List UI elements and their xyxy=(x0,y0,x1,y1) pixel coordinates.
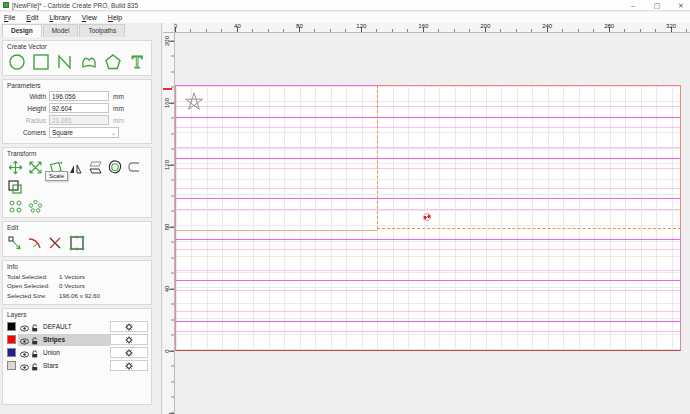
menubar: File Edit Library View Help xyxy=(0,12,690,23)
tab-toolpaths[interactable]: Toolpaths xyxy=(79,24,125,37)
total-selected-label: Total Selected: xyxy=(7,273,59,280)
layer-settings-button[interactable] xyxy=(110,347,148,358)
create-vector-title: Create Vector xyxy=(7,43,148,50)
layer-name[interactable]: Stripes xyxy=(43,336,65,343)
corners-value: Square xyxy=(52,129,73,136)
node-edit-tool-icon[interactable] xyxy=(7,235,23,251)
layer-name[interactable]: DEFAULT xyxy=(43,323,72,330)
menu-file[interactable]: File xyxy=(4,14,15,21)
left-ruler-label: 80 xyxy=(164,221,170,233)
titlebar: [NewFile]* - Carbide Create PRO, Build 8… xyxy=(0,0,690,11)
layer-color-chip[interactable] xyxy=(7,335,16,344)
stripe-vector[interactable] xyxy=(176,280,680,281)
offset-open-tool-icon[interactable] xyxy=(127,159,143,175)
canvas-region: 04080120160200240280320 20016012080400 xyxy=(163,23,690,414)
width-unit: mm xyxy=(109,93,124,100)
stripe-vector[interactable] xyxy=(176,290,680,291)
stripe-vector[interactable] xyxy=(176,230,378,231)
close-icon[interactable]: ✕ xyxy=(676,0,686,11)
info-group: Info Total Selected:1 Vectors Open Selec… xyxy=(2,260,152,305)
menu-help[interactable]: Help xyxy=(108,14,122,21)
height-unit: mm xyxy=(109,105,124,112)
mirror-tool-icon[interactable] xyxy=(67,159,83,175)
width-field[interactable]: 196.056 xyxy=(49,91,109,101)
menu-library[interactable]: Library xyxy=(49,14,70,21)
rectangle-tool-icon[interactable] xyxy=(31,52,51,72)
layer-name[interactable]: Union xyxy=(43,349,60,356)
layers-group: Layers DEFAULT Stripes xyxy=(2,308,152,405)
eye-icon[interactable] xyxy=(20,357,29,375)
minimize-icon[interactable]: – xyxy=(628,0,638,11)
selected-size-value: 196.06 x 92.60 xyxy=(59,292,100,299)
curve-tool-icon[interactable] xyxy=(79,52,99,72)
selected-size-label: Selected Size: xyxy=(7,292,59,299)
layer-settings-button[interactable] xyxy=(110,334,148,345)
left-ruler-label: 160 xyxy=(164,97,170,109)
polyline-tool-icon[interactable] xyxy=(55,52,75,72)
scale-tooltip: Scale xyxy=(45,171,68,181)
height-field[interactable]: 92.604 xyxy=(49,103,109,113)
top-ruler-label: 160 xyxy=(418,23,428,29)
offset-tool-icon[interactable] xyxy=(107,159,123,175)
star-vector[interactable] xyxy=(183,91,205,113)
transform-title: Transform xyxy=(7,150,148,157)
tab-model[interactable]: Model xyxy=(43,24,79,37)
tab-design[interactable]: Design xyxy=(2,24,42,37)
layer-color-chip[interactable] xyxy=(7,348,16,357)
left-ruler-label: 40 xyxy=(164,283,170,295)
radius-label: Radius xyxy=(7,117,49,124)
top-ruler: 04080120160200240280320 xyxy=(175,23,690,33)
left-panel: Design Model Toolpaths Create Vector xyxy=(0,23,162,414)
top-ruler-label: 120 xyxy=(356,23,366,29)
shear-tool-icon[interactable] xyxy=(87,159,103,175)
app-icon xyxy=(3,2,9,8)
boolean-tool-icon[interactable] xyxy=(67,233,87,253)
edit-group: Edit xyxy=(2,221,152,257)
grid-array-tool-icon[interactable] xyxy=(7,198,23,214)
app-window: [NewFile]* - Carbide Create PRO, Build 8… xyxy=(0,0,690,414)
layer-name[interactable]: Stars xyxy=(43,362,58,369)
info-title: Info xyxy=(7,263,148,270)
design-view[interactable] xyxy=(175,33,690,414)
total-selected-value: 1 Vectors xyxy=(59,273,85,280)
move-tool-icon[interactable] xyxy=(7,159,23,175)
polygon-tool-icon[interactable] xyxy=(103,52,123,72)
stripe-vector[interactable] xyxy=(176,321,680,322)
selected-rectangle[interactable] xyxy=(377,85,681,229)
stripe-vector[interactable] xyxy=(176,270,680,271)
top-ruler-label: 240 xyxy=(542,23,552,29)
stripe-vector[interactable] xyxy=(176,239,680,240)
circular-array-tool-icon[interactable] xyxy=(27,198,43,214)
menu-view[interactable]: View xyxy=(82,14,97,21)
open-selected-value: 0 Vectors xyxy=(59,282,85,289)
layer-color-chip[interactable] xyxy=(7,361,16,370)
layer-settings-button[interactable] xyxy=(110,321,148,332)
unlock-icon[interactable] xyxy=(31,357,39,375)
width-label: Width xyxy=(7,93,49,100)
top-ruler-label: 320 xyxy=(666,23,676,29)
left-ruler: 20016012080400 xyxy=(163,33,175,414)
break-vector-tool-icon[interactable] xyxy=(47,235,63,251)
scale-copies-tool-icon[interactable] xyxy=(7,179,23,195)
top-ruler-label: 200 xyxy=(480,23,490,29)
stripe-vector[interactable] xyxy=(176,311,680,312)
top-ruler-label: 80 xyxy=(296,23,303,29)
smooth-curve-tool-icon[interactable] xyxy=(27,235,43,251)
height-label: Height xyxy=(7,105,49,112)
svg-text:T: T xyxy=(132,53,143,71)
corners-select[interactable]: Square ⌄ xyxy=(49,127,119,138)
maximize-icon[interactable]: ▢ xyxy=(652,0,662,11)
open-selected-label: Open Selected: xyxy=(7,282,59,289)
layer-settings-button[interactable] xyxy=(110,360,148,371)
stripe-vector[interactable] xyxy=(176,249,680,250)
text-tool-icon[interactable]: T xyxy=(127,52,147,72)
circle-tool-icon[interactable] xyxy=(7,52,27,72)
layer-row-stars[interactable]: Stars xyxy=(7,359,148,372)
menu-edit[interactable]: Edit xyxy=(26,14,38,21)
chevron-down-icon: ⌄ xyxy=(111,129,116,136)
transform-group: Transform Scale xyxy=(2,147,152,218)
layer-color-chip[interactable] xyxy=(7,322,16,331)
edit-title: Edit xyxy=(7,224,148,231)
scale-tool-icon[interactable] xyxy=(27,159,43,175)
stripe-vector[interactable] xyxy=(176,331,680,332)
